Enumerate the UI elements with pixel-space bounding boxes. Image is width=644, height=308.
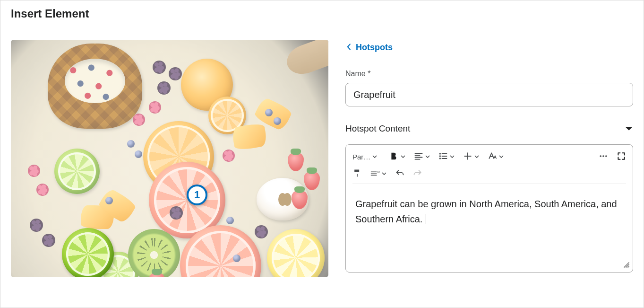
paragraph-style-label: Par… [352, 153, 370, 161]
svg-point-3 [600, 155, 601, 157]
align-dropdown[interactable] [414, 150, 430, 164]
more-horizontal-icon [599, 151, 608, 162]
svg-point-5 [605, 155, 607, 157]
format-paint-icon [352, 168, 362, 179]
list-dropdown[interactable] [438, 150, 455, 164]
plus-icon [463, 151, 472, 162]
bold-icon [388, 151, 399, 163]
editor-toolbar: Par… [346, 145, 633, 187]
insert-dropdown[interactable] [463, 150, 479, 164]
resize-icon [622, 262, 630, 270]
redo-icon [413, 168, 422, 179]
hotspot-marker-1[interactable]: 1 [187, 185, 207, 205]
svg-point-1 [439, 155, 441, 157]
fullscreen-button[interactable] [617, 150, 626, 164]
font-dropdown[interactable] [488, 150, 504, 164]
expand-icon [617, 151, 626, 162]
undo-icon [395, 168, 404, 179]
insert-element-dialog: Insert Element [0, 0, 644, 308]
line-spacing-dropdown[interactable]: 123 [370, 167, 386, 181]
bold-dropdown[interactable] [388, 150, 405, 164]
redo-button[interactable] [413, 167, 422, 181]
dialog-body: 1 Hotspots Name * Hotspot Content [0, 31, 644, 306]
name-input[interactable] [345, 83, 633, 106]
chevron-down-icon [625, 123, 633, 134]
format-paint-button[interactable] [352, 167, 362, 181]
more-actions-button[interactable] [599, 150, 608, 164]
svg-point-2 [439, 158, 441, 159]
line-spacing-icon: 123 [370, 168, 380, 179]
resize-handle[interactable] [622, 261, 630, 270]
undo-button[interactable] [395, 167, 404, 181]
name-label: Name * [345, 70, 633, 78]
back-to-hotspots[interactable]: Hotspots [345, 43, 633, 53]
svg-point-4 [602, 155, 604, 157]
editor-body-text: Grapefruit can be grown in North America… [355, 199, 617, 224]
editor-content-area[interactable]: Grapefruit can be grown in North America… [346, 187, 633, 272]
svg-text:123: 123 [377, 171, 380, 173]
bullet-list-icon [438, 151, 448, 162]
hotspot-marker-number: 1 [194, 189, 200, 201]
image-canvas[interactable]: 1 [11, 40, 328, 297]
svg-point-0 [439, 153, 441, 154]
hotspot-content-label: Hotspot Content [345, 123, 410, 134]
back-link-label: Hotspots [356, 43, 393, 53]
paragraph-style-dropdown[interactable]: Par… [352, 150, 380, 164]
hotspot-content-header[interactable]: Hotspot Content [345, 123, 633, 134]
align-left-icon [414, 151, 423, 162]
font-icon [488, 151, 497, 162]
hotspot-form: Hotspots Name * Hotspot Content Par… [328, 40, 633, 297]
toolbar-divider [352, 184, 626, 184]
dialog-header: Insert Element [0, 0, 644, 25]
chevron-left-icon [345, 43, 352, 53]
fruit-platter-image: 1 [11, 40, 328, 277]
dialog-title: Insert Element [11, 7, 633, 20]
rich-text-editor: Par… [345, 144, 633, 273]
